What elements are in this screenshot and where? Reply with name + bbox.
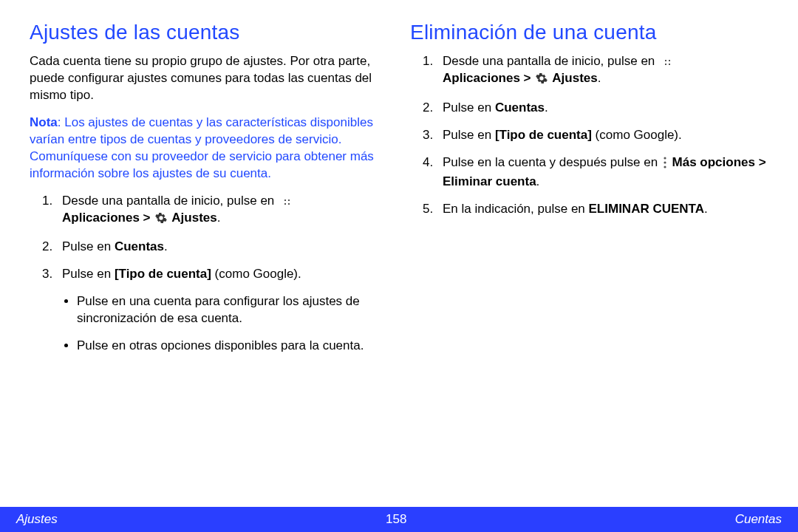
note-label: Nota xyxy=(30,115,58,129)
footer-right: Cuentas xyxy=(735,512,782,527)
left-step-2: Pulse en Cuentas. xyxy=(56,239,388,256)
right-step-4: Pulse en la cuenta y después pulse en Má… xyxy=(437,154,768,191)
step-bold: Cuentas xyxy=(495,100,545,115)
footer-left: Ajustes xyxy=(16,512,58,527)
left-note: Nota: Los ajustes de cuentas y las carac… xyxy=(30,115,388,183)
svg-point-0 xyxy=(664,157,666,159)
step-text: Pulse en xyxy=(62,239,115,253)
apps-grid-icon xyxy=(279,194,291,206)
svg-point-1 xyxy=(664,161,666,163)
right-step-3: Pulse en [Tipo de cuenta] (como Google). xyxy=(437,127,768,144)
left-column: Ajustes de las cuentas Cada cuenta tiene… xyxy=(30,21,388,499)
step-text: Pulse en xyxy=(443,128,495,142)
page-content: Ajustes de las cuentas Cada cuenta tiene… xyxy=(0,0,798,507)
left-step-3-bullets: Pulse en una cuenta para configurar los … xyxy=(62,293,388,355)
step-text-after: (como Google). xyxy=(211,267,301,281)
step-bold: [Tipo de cuenta] xyxy=(115,267,211,281)
left-step-3: Pulse en [Tipo de cuenta] (como Google).… xyxy=(56,266,388,355)
step-bold-1: Aplicaciones > xyxy=(62,211,154,225)
svg-point-2 xyxy=(664,166,666,168)
left-intro: Cada cuenta tiene su propio grupo de aju… xyxy=(30,53,388,104)
left-steps: Desde una pantalla de inicio, pulse en A… xyxy=(30,193,388,355)
bullet-2: Pulse en otras opciones disponibles para… xyxy=(77,338,388,355)
more-vertical-icon xyxy=(663,157,667,174)
step-bold: [Tipo de cuenta] xyxy=(495,128,592,142)
apps-grid-icon xyxy=(660,55,672,66)
step-text: Desde una pantalla de inicio, pulse en xyxy=(62,194,278,208)
step-text: Pulse en xyxy=(443,100,495,115)
step-text: Pulse en la cuenta y después pulse en xyxy=(443,155,661,169)
footer-page-number: 158 xyxy=(386,512,406,527)
step-bold-2: Ajustes xyxy=(549,71,598,85)
left-title: Ajustes de las cuentas xyxy=(30,21,388,44)
note-body: : Los ajustes de cuentas y las caracterí… xyxy=(30,115,374,180)
step-bold: Cuentas xyxy=(115,239,164,253)
gear-icon xyxy=(536,72,548,89)
right-column: Eliminación de una cuenta Desde una pant… xyxy=(410,21,768,499)
right-step-1: Desde una pantalla de inicio, pulse en A… xyxy=(437,53,768,89)
right-step-5: En la indicación, pulse en ELIMINAR CUEN… xyxy=(437,201,768,218)
step-text-after: (como Google). xyxy=(592,128,682,142)
right-steps: Desde una pantalla de inicio, pulse en A… xyxy=(410,53,768,218)
step-text: En la indicación, pulse en xyxy=(443,202,589,216)
step-bold: ELIMINAR CUENTA xyxy=(589,202,704,216)
footer-bar: Ajustes 158 Cuentas xyxy=(0,507,798,532)
step-text: Desde una pantalla de inicio, pulse en xyxy=(443,54,658,68)
gear-icon xyxy=(155,212,167,229)
right-title: Eliminación de una cuenta xyxy=(410,21,768,44)
left-step-1: Desde una pantalla de inicio, pulse en A… xyxy=(56,193,388,229)
step-text: Pulse en xyxy=(62,267,115,281)
bullet-1: Pulse en una cuenta para configurar los … xyxy=(77,293,388,327)
step-bold-1: Aplicaciones > xyxy=(443,71,534,85)
step-bold-2: Ajustes xyxy=(168,211,217,225)
right-step-2: Pulse en Cuentas. xyxy=(437,100,768,117)
